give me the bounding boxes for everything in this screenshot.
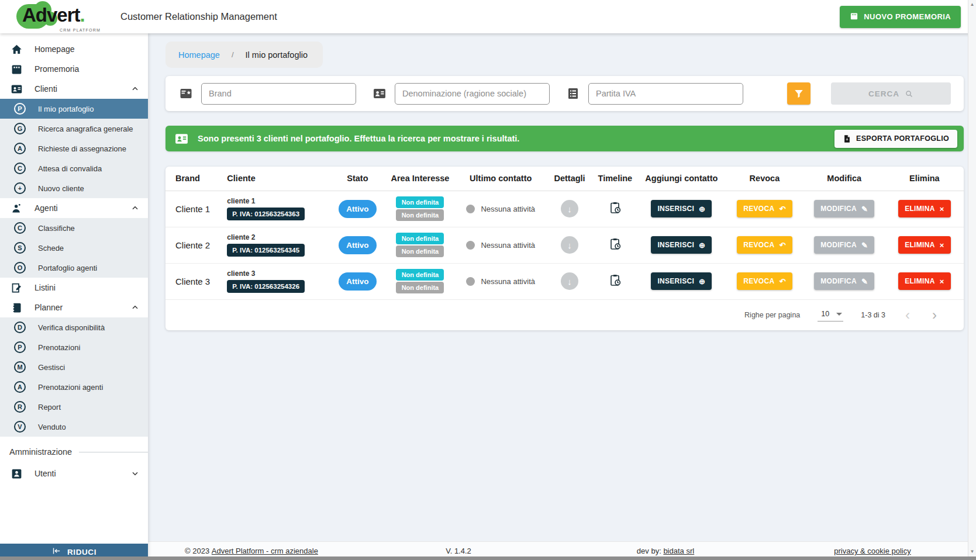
calendar-icon xyxy=(850,12,858,22)
breadcrumb-homepage-link[interactable]: Homepage xyxy=(178,50,220,60)
sidebar-item-gestisci[interactable]: M Gestisci xyxy=(0,357,148,377)
sidebar-item-classifiche[interactable]: C Classifiche xyxy=(0,218,148,238)
status-badge: Attivo xyxy=(339,236,376,254)
privacy-policy-link[interactable]: privacy & cookie policy xyxy=(834,547,911,555)
activity-status-dot xyxy=(466,277,475,286)
sidebar-item-richieste-assegnazione[interactable]: A Richieste di assegnazione xyxy=(0,139,148,158)
close-x-icon: × xyxy=(940,241,944,249)
amministrazione-section-label: Amministrazione xyxy=(0,437,148,464)
brand-input[interactable] xyxy=(201,83,356,105)
area-interesse-badge-primary: Non definita xyxy=(396,233,444,244)
timeline-clipboard-icon xyxy=(608,237,622,251)
cliente-name: cliente 2 xyxy=(227,233,327,241)
elimina-button[interactable]: ELIMINA× xyxy=(898,272,950,290)
status-badge: Attivo xyxy=(339,272,376,291)
elimina-button[interactable]: ELIMINA× xyxy=(898,200,950,217)
sidebar-item-promemoria[interactable]: Promemoria xyxy=(0,59,148,79)
revoca-button[interactable]: REVOCA↶ xyxy=(737,200,792,217)
revoca-button[interactable]: REVOCA↶ xyxy=(737,272,792,290)
planner-submenu: D Verifica disponibilità P Prenotazioni … xyxy=(0,317,148,437)
previous-page-button[interactable]: ‹ xyxy=(903,308,912,322)
sidebar-item-schede[interactable]: S Schede xyxy=(0,238,148,258)
activity-status-dot xyxy=(466,241,475,250)
dettagli-expand-button[interactable]: ↓ xyxy=(561,236,578,254)
timeline-button[interactable] xyxy=(608,237,622,251)
advert-logo[interactable]: Advert. CRM PLATFORM xyxy=(15,2,104,32)
contact-card-icon xyxy=(372,86,387,101)
filter-button[interactable] xyxy=(787,82,811,105)
revoca-button[interactable]: REVOCA↶ xyxy=(737,236,792,254)
inserisci-button[interactable]: INSERISCI⊕ xyxy=(651,272,712,290)
price-list-icon xyxy=(9,281,23,295)
sidebar-item-listini[interactable]: Listini xyxy=(0,278,148,298)
scroll-up-icon[interactable]: ▲ xyxy=(970,2,975,7)
nuovo-promemoria-button[interactable]: NUOVO PROMEMORIA xyxy=(840,6,961,28)
dettagli-expand-button[interactable]: ↓ xyxy=(561,272,578,290)
sidebar-item-clienti[interactable]: Clienti xyxy=(0,79,148,99)
area-interesse-badge-primary: Non definita xyxy=(396,269,444,281)
table-header-row: Brand Cliente Stato Area Interesse Ultim… xyxy=(165,167,964,191)
timeline-button[interactable] xyxy=(608,273,622,287)
sidebar-item-agenti[interactable]: Agenti xyxy=(0,198,148,218)
sidebar-item-planner[interactable]: Planner xyxy=(0,298,148,317)
sidebar-item-il-mio-portafoglio[interactable]: P Il mio portafoglio xyxy=(0,99,148,119)
sidebar-item-prenotazioni[interactable]: P Prenotazioni xyxy=(0,337,148,357)
modifica-button[interactable]: MODIFICA✎ xyxy=(814,200,874,217)
elimina-button[interactable]: ELIMINA× xyxy=(898,236,950,254)
clienti-submenu: P Il mio portafoglio G Ricerca anagrafic… xyxy=(0,99,148,198)
sidebar-item-verifica-disponibilita[interactable]: D Verifica disponibilità xyxy=(0,317,148,337)
partita-iva-input[interactable] xyxy=(588,83,743,105)
search-icon xyxy=(905,89,913,98)
denominazione-input[interactable] xyxy=(395,83,550,105)
sidebar-item-prenotazioni-agenti[interactable]: A Prenotazioni agenti xyxy=(0,377,148,397)
bidata-link[interactable]: bidata srl xyxy=(663,547,694,555)
advert-platform-link[interactable]: Advert Platform - crm aziendale xyxy=(212,547,318,555)
pencil-icon: ✎ xyxy=(861,205,868,213)
letter-g-icon: G xyxy=(14,123,26,134)
last-contact-text: Nessuna attività xyxy=(481,277,535,286)
users-icon xyxy=(9,466,23,481)
timeline-clipboard-icon xyxy=(608,273,622,287)
table-row: Cliente 3 cliente 3 P. IVA: 012563254326… xyxy=(165,263,964,299)
footer-version: V. 1.4.2 xyxy=(355,547,562,555)
cliente-name: cliente 3 xyxy=(227,269,327,278)
timeline-button[interactable] xyxy=(608,201,622,215)
rows-per-page-select[interactable]: 10 xyxy=(818,308,843,322)
close-x-icon: × xyxy=(940,205,944,213)
letter-p-icon: P xyxy=(14,341,26,353)
sidebar-item-nuovo-cliente[interactable]: + Nuovo cliente xyxy=(0,178,148,198)
planner-book-icon xyxy=(9,300,23,314)
vat-list-icon xyxy=(565,86,581,101)
scroll-down-icon[interactable]: ▼ xyxy=(970,549,975,554)
sidebar-item-attesa-convalida[interactable]: C Attesa di convalida xyxy=(0,158,148,178)
table-pagination: Righe per pagina 10 1-3 di 3 ‹ › xyxy=(165,300,964,330)
modifica-button[interactable]: MODIFICA✎ xyxy=(814,272,874,290)
modifica-button[interactable]: MODIFICA✎ xyxy=(814,236,874,254)
plus-circle-icon: ⊕ xyxy=(699,278,705,285)
sidebar-item-report[interactable]: R Report xyxy=(0,397,148,417)
esporta-portafoglio-button[interactable]: ESPORTA PORTAFOGLIO xyxy=(834,130,957,148)
home-icon xyxy=(9,42,23,56)
clients-card-icon xyxy=(9,82,23,96)
vertical-scrollbar[interactable]: ▲ ▼ xyxy=(968,0,976,556)
sidebar-item-ricerca-anagrafica[interactable]: G Ricerca anagrafica generale xyxy=(0,119,148,139)
logo-wordmark: Advert. xyxy=(22,4,85,26)
last-contact-text: Nessuna attività xyxy=(481,241,535,250)
down-arrow-icon: ↓ xyxy=(567,204,572,214)
col-ultimo-contatto: Ultimo contatto xyxy=(455,167,546,191)
inserisci-button[interactable]: INSERISCI⊕ xyxy=(651,200,712,217)
section-divider xyxy=(79,452,148,452)
dettagli-expand-button[interactable]: ↓ xyxy=(561,200,578,217)
sidebar-item-homepage[interactable]: Homepage xyxy=(0,39,148,59)
cerca-button[interactable]: CERCA xyxy=(831,82,951,105)
inserisci-button[interactable]: INSERISCI⊕ xyxy=(651,236,712,254)
sidebar-item-venduto[interactable]: V Venduto xyxy=(0,417,148,437)
footer-dev: dev by: bidata srl xyxy=(562,547,769,555)
page-title: Customer Relationship Management xyxy=(120,11,277,22)
sidebar: Homepage Promemoria Clienti P Il mio por… xyxy=(0,33,148,560)
sidebar-item-portafoglio-agenti[interactable]: O Portafoglio agenti xyxy=(0,258,148,278)
status-badge: Attivo xyxy=(339,200,376,218)
sidebar-item-utenti[interactable]: Utenti xyxy=(0,464,148,483)
col-elimina: Elimina xyxy=(885,167,964,191)
next-page-button[interactable]: › xyxy=(930,308,939,322)
